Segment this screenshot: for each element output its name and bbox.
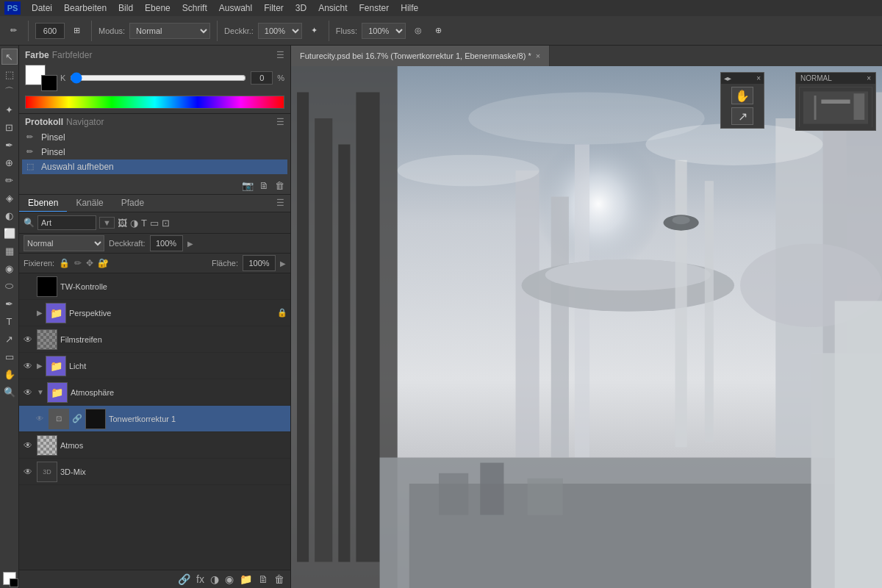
layer-item[interactable]: TW-Kontrolle: [19, 273, 290, 300]
history-new-button[interactable]: 🗎: [259, 180, 269, 191]
layer-icon-smart[interactable]: ⊡: [162, 218, 170, 229]
layer-search-input[interactable]: [37, 215, 96, 230]
layer-visibility-toggle[interactable]: 👁: [34, 413, 46, 425]
fill-arrow[interactable]: ▶: [280, 259, 286, 268]
history-snapshot-button[interactable]: 📷: [242, 180, 254, 191]
brush-size-input[interactable]: [35, 23, 65, 39]
float-close[interactable]: ×: [756, 74, 761, 82]
layer-visibility-toggle[interactable]: 👁: [22, 466, 34, 478]
opacity-arrow[interactable]: ▶: [187, 240, 193, 248]
tool-crop[interactable]: ⊡: [1, 119, 18, 135]
layer-item-selected[interactable]: 👁 ⊡ 🔗 Tonwertkorrektur 1: [19, 406, 290, 432]
layer-visibility-toggle[interactable]: 👁: [22, 334, 34, 345]
layer-type-select[interactable]: ▼: [99, 217, 115, 229]
add-style-button[interactable]: fx: [196, 573, 204, 585]
smoothing-button[interactable]: ◎: [410, 24, 426, 37]
layer-icon-text[interactable]: T: [141, 218, 147, 229]
group-arrow-open[interactable]: ▼: [37, 388, 44, 396]
tool-clone[interactable]: ◈: [1, 190, 18, 206]
k-slider[interactable]: [70, 75, 246, 81]
canvas-tab-close[interactable]: ×: [536, 51, 540, 60]
layer-visibility-toggle[interactable]: [22, 281, 34, 293]
opacity-input[interactable]: [150, 235, 183, 251]
color-tab[interactable]: Farbe: [25, 50, 49, 60]
tool-heal[interactable]: ⊕: [1, 154, 18, 171]
color-panel-menu[interactable]: ☰: [276, 50, 284, 60]
tab-pfade[interactable]: Pfade: [112, 195, 153, 212]
modus-select[interactable]: Normal: [129, 23, 210, 39]
fix-icon-lock[interactable]: 🔒: [59, 258, 70, 268]
new-group-button[interactable]: 📁: [240, 573, 252, 585]
tab-ebenen[interactable]: Ebenen: [19, 195, 67, 212]
menu-bearbeiten[interactable]: Bearbeiten: [59, 1, 112, 15]
link-layers-button[interactable]: 🔗: [178, 573, 190, 585]
tool-dodge[interactable]: ⬭: [1, 278, 18, 294]
navigator-tab[interactable]: Navigator: [66, 117, 104, 127]
color-spectrum[interactable]: [25, 96, 284, 109]
mini-close[interactable]: ×: [867, 74, 871, 82]
tool-wand[interactable]: ✦: [1, 101, 18, 118]
layer-visibility-toggle[interactable]: 👁: [22, 440, 34, 451]
history-item[interactable]: ✏ Pinsel: [22, 145, 287, 159]
layer-visibility-toggle[interactable]: [22, 307, 34, 319]
k-value-input[interactable]: [251, 71, 273, 85]
tool-eyedropper[interactable]: ✒: [1, 137, 18, 153]
tool-brush[interactable]: ✏: [1, 172, 18, 188]
add-mask-button[interactable]: ◑: [210, 573, 219, 585]
angle-button[interactable]: ⊕: [431, 24, 446, 37]
menu-fenster[interactable]: Fenster: [354, 1, 395, 15]
menu-bild[interactable]: Bild: [113, 1, 138, 15]
brush-options-button[interactable]: ⊞: [69, 24, 85, 37]
float-arrows[interactable]: ◂▸: [724, 74, 731, 82]
history-delete-button[interactable]: 🗑: [275, 180, 284, 191]
menu-3d[interactable]: 3D: [290, 1, 312, 15]
menu-auswahl[interactable]: Auswahl: [214, 1, 257, 15]
layer-item[interactable]: 👁 3D 3D-Mix: [19, 459, 290, 485]
tool-gradient[interactable]: ▦: [1, 243, 18, 259]
group-arrow[interactable]: ▶: [37, 362, 43, 370]
menu-ansicht[interactable]: Ansicht: [313, 1, 352, 15]
history-panel-menu[interactable]: ☰: [276, 117, 284, 127]
layer-item[interactable]: 👁 ▼ 📁 Atmosphäre: [19, 379, 290, 406]
tool-pen[interactable]: ✒: [1, 295, 18, 312]
swatches-tab[interactable]: Farbfelder: [52, 50, 93, 60]
layer-item[interactable]: 👁 ▶ 📁 Licht: [19, 353, 290, 379]
tool-zoom[interactable]: 🔍: [1, 384, 18, 400]
layer-item[interactable]: 👁 Atmos: [19, 432, 290, 459]
history-item[interactable]: ✏ Pinsel: [22, 130, 287, 145]
tool-hand[interactable]: ✋: [1, 366, 18, 382]
layer-item[interactable]: ▶ 📁 Perspektive 🔒: [19, 300, 290, 326]
tab-kanaele[interactable]: Kanäle: [67, 195, 112, 212]
fix-icon-all[interactable]: 🔐: [98, 258, 109, 268]
background-swatch[interactable]: [41, 75, 57, 91]
layer-visibility-toggle[interactable]: 👁: [22, 387, 34, 398]
fill-input[interactable]: [243, 255, 276, 271]
protokoll-tab[interactable]: Protokoll: [25, 117, 63, 127]
tool-fg-color[interactable]: [3, 572, 16, 585]
tool-shape[interactable]: ▭: [1, 348, 18, 365]
menu-hilfe[interactable]: Hilfe: [395, 1, 423, 15]
tool-select-path[interactable]: ↗: [1, 331, 18, 347]
menu-filter[interactable]: Filter: [259, 1, 289, 15]
deckk-select[interactable]: 100%: [258, 23, 302, 39]
layer-item[interactable]: 👁 Filmstreifen: [19, 326, 290, 353]
blend-mode-select[interactable]: Normal: [24, 235, 104, 251]
menu-datei[interactable]: Datei: [26, 1, 57, 15]
tool-move[interactable]: ↖: [1, 49, 18, 65]
new-adjustment-button[interactable]: ◉: [225, 573, 234, 585]
fix-icon-brush[interactable]: ✏: [74, 258, 82, 268]
layer-icon-adjust[interactable]: ◑: [130, 218, 138, 229]
new-layer-button[interactable]: 🗎: [258, 573, 268, 585]
fluss-select[interactable]: 100%: [362, 23, 406, 39]
delete-layer-button[interactable]: 🗑: [274, 573, 284, 585]
float-tool-1[interactable]: ✋: [731, 87, 753, 104]
tool-lasso[interactable]: ⌒: [1, 84, 18, 100]
tool-marquee[interactable]: ⬚: [1, 66, 18, 82]
fix-icon-move[interactable]: ✥: [86, 258, 93, 268]
menu-schrift[interactable]: Schrift: [177, 1, 212, 15]
airbrush-button[interactable]: ✦: [306, 24, 322, 37]
tool-eraser[interactable]: ⬜: [1, 225, 18, 241]
tool-history[interactable]: ◐: [1, 207, 18, 223]
tool-blur[interactable]: ◉: [1, 260, 18, 276]
history-item-selected[interactable]: ⬚ Auswahl aufheben: [22, 159, 287, 174]
